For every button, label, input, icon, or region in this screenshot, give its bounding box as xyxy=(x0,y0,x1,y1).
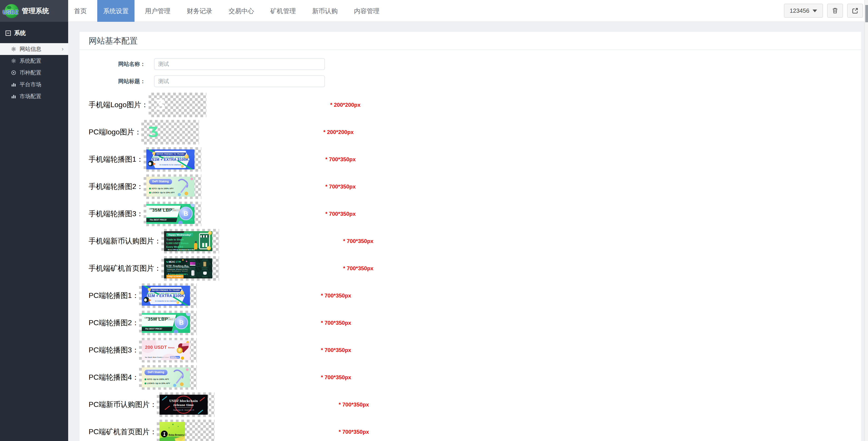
size-hint: * 700*350px xyxy=(321,347,351,353)
hourglass-glyph xyxy=(163,432,165,436)
banner-headline: 35M LBP xyxy=(152,208,173,212)
caret-down-icon xyxy=(812,9,817,12)
sidebar-section-system[interactable]: 系统 xyxy=(0,22,68,43)
banner-line: X2Y2- Up to 100% APY xyxy=(145,378,169,381)
banner-bottom-bar: The BEST PRICE! Primelist xyxy=(146,218,178,222)
size-hint: * 700*350px xyxy=(326,183,355,190)
banner-line: in rewards to be claimed! xyxy=(159,164,181,166)
sidebar-item-platform-market[interactable]: 平台市场 xyxy=(0,78,68,90)
usdz-release-banner-image: USDZ blockchain release time September 2… xyxy=(159,395,208,415)
tab-miner-management[interactable]: 矿机管理 xyxy=(265,0,302,22)
tab-user-management[interactable]: 用户管理 xyxy=(139,0,176,22)
coin-decoration xyxy=(178,221,183,224)
image-row-pc-carousel-2: PC端轮播图2： LBP to be Listed on Primelist 3… xyxy=(89,311,861,335)
chevron-right-icon: › xyxy=(62,45,64,52)
coin-decoration xyxy=(207,246,211,250)
coin-bullet-icon xyxy=(145,382,146,384)
trash-icon xyxy=(832,7,838,14)
sidebar-item-label: 市场配置 xyxy=(20,93,41,100)
banner-line: in rewards to be claimed! xyxy=(155,300,177,302)
banner-bottom-bar: The BEST PRICE! Primelist xyxy=(142,327,173,331)
pc-carousel3-upload-preview[interactable]: 200 USDT Bonus for Each New Contract Use… xyxy=(139,338,197,363)
size-hint: * 200*200px xyxy=(330,102,361,108)
form-row-site-name: 网站名称： xyxy=(89,58,861,70)
hexagon-console xyxy=(187,269,198,277)
banner-line: Bonus Will be Distributed Next Wed xyxy=(168,249,195,251)
iphone-icon xyxy=(203,261,206,266)
gear-icon xyxy=(11,58,17,64)
tab-content-management[interactable]: 内容管理 xyxy=(348,0,385,22)
dot-decoration xyxy=(168,428,169,428)
scrollbar-thumb[interactable] xyxy=(865,5,868,22)
gear-icon xyxy=(11,46,17,52)
size-hint: * 700*350px xyxy=(343,238,373,244)
coin-decoration xyxy=(208,231,212,235)
tab-trade-center[interactable]: 交易中心 xyxy=(223,0,260,22)
phone-newcoin-upload-preview[interactable]: Happy Wednesday! Trade to Share 5,000 US… xyxy=(161,229,219,253)
date-tag: March 8 xyxy=(172,209,180,211)
divider-decoration xyxy=(175,407,193,408)
site-name-input[interactable] xyxy=(154,58,325,70)
sidebar-item-label: 网站信息 xyxy=(20,45,41,53)
field-label: 手机端轮播图3： xyxy=(89,209,144,219)
coin-decoration xyxy=(181,165,184,168)
sidebar-item-coin-config[interactable]: 币种配置 xyxy=(0,67,68,78)
export-button[interactable] xyxy=(847,4,863,18)
site-title-input[interactable] xyxy=(154,75,325,87)
size-hint: * 700*350px xyxy=(326,156,355,163)
main-nav-tabs: 首页 系统设置 用户管理 财务记录 交易中心 矿机管理 新币认购 内容管理 xyxy=(68,0,390,22)
wednesday-banner-image: Happy Wednesday! Trade to Share 5,000 US… xyxy=(164,231,212,251)
coin-decoration xyxy=(186,368,189,371)
field-label: 手机端轮播图2： xyxy=(89,182,144,192)
phone-miner-upload-preview[interactable]: MEXC ETF ETF Trading Battle Trade ETF to… xyxy=(161,256,219,281)
field-label: PC端轮播图1： xyxy=(89,291,139,300)
pc-logo-upload-preview[interactable]: Ʒ xyxy=(142,120,199,144)
tab-system-settings[interactable]: 系统设置 xyxy=(97,0,134,22)
pc-newcoin-upload-preview[interactable]: USDZ blockchain release time September 2… xyxy=(157,393,215,417)
pc-carousel1-upload-preview[interactable]: REFER FRIENDS TO TRADE! Receive rebates … xyxy=(139,283,197,308)
pc-miner-upload-preview[interactable]: Boba Brewery (BRE) xyxy=(157,420,215,441)
tab-finance-records[interactable]: 财务记录 xyxy=(181,0,218,22)
pc-carousel4-upload-preview[interactable]: DeFi Staking X2Y2- Up to 100% APY LOOKS-… xyxy=(139,365,197,390)
phone-carousel3-upload-preview[interactable]: LBP to be Listed on Primelist 35M LBP Ma… xyxy=(144,202,201,226)
phone-carousel2-upload-preview[interactable]: DeFi Staking X2Y2- Up to 100% APY LOOKS-… xyxy=(144,174,201,199)
field-label: PC端新币认购图片： xyxy=(89,400,157,409)
boba-logo-icon xyxy=(161,431,168,437)
coin-b-icon: B xyxy=(179,207,193,220)
size-hint: * 700*350px xyxy=(326,211,355,217)
field-label: 手机端新币认购图片： xyxy=(89,236,161,246)
field-label: PC端logo图片： xyxy=(89,127,142,137)
user-dropdown-button[interactable]: 123456 xyxy=(784,4,823,18)
size-hint: * 200*200px xyxy=(323,129,353,135)
boba-banner-image: Boba Brewery (BRE) xyxy=(159,422,185,441)
sidebar-item-market-config[interactable]: 市场配置 xyxy=(0,90,68,102)
phone-logo-upload-preview[interactable]: Ʒ xyxy=(148,93,206,117)
form-row-site-title: 网站标题： xyxy=(89,75,861,87)
trash-button[interactable] xyxy=(827,4,843,18)
content-area: 网站基本配置 网站名称： 网站标题： 手机端Logo图片： Ʒ * 200*20… xyxy=(68,22,868,441)
tab-home[interactable]: 首页 xyxy=(68,0,93,22)
lbp-banner-image: LBP to be Listed on Primelist 35M LBP Ma… xyxy=(142,313,190,333)
coin-decoration xyxy=(185,155,189,159)
field-label: 手机端轮播图1： xyxy=(89,155,144,164)
image-row-pc-logo: PC端logo图片： Ʒ * 200*200px xyxy=(89,120,861,144)
confetti-decoration xyxy=(182,259,184,261)
sidebar-item-label: 币种配置 xyxy=(20,69,41,76)
phone-carousel1-upload-preview[interactable]: REFER FRIENDS TO TRADE! Receive rebates … xyxy=(144,147,201,172)
image-row-pc-carousel-3: PC端轮播图3： 200 USDT Bonus for Each New Con… xyxy=(89,338,861,363)
top-navbar: USDZ 管理系统 首页 系统设置 用户管理 财务记录 交易中心 矿机管理 新币… xyxy=(0,0,868,22)
coin-decoration xyxy=(185,192,188,195)
field-label: PC端轮播图3： xyxy=(89,345,139,355)
vertical-scrollbar[interactable] xyxy=(864,0,868,441)
banner-line: LOOKS- Up to 20% APY xyxy=(149,192,175,194)
banner-line: LOOKS- Up to 20% APY xyxy=(145,382,170,385)
sidebar-item-website-info[interactable]: 网站信息 › xyxy=(0,43,68,55)
banner-line: The BEST PRICE! xyxy=(145,328,163,330)
tab-new-coin-subscription[interactable]: 新币认购 xyxy=(306,0,344,22)
refer-banner-image: REFER FRIENDS TO TRADE! Receive rebates … xyxy=(142,286,190,306)
size-hint: * 700*350px xyxy=(321,320,351,326)
sidebar-item-system-config[interactable]: 系统配置 xyxy=(0,55,68,67)
pc-carousel2-upload-preview[interactable]: LBP to be Listed on Primelist 35M LBP Ma… xyxy=(139,311,197,335)
confetti-decoration xyxy=(180,261,181,263)
sidebar-section-label: 系统 xyxy=(14,29,26,37)
